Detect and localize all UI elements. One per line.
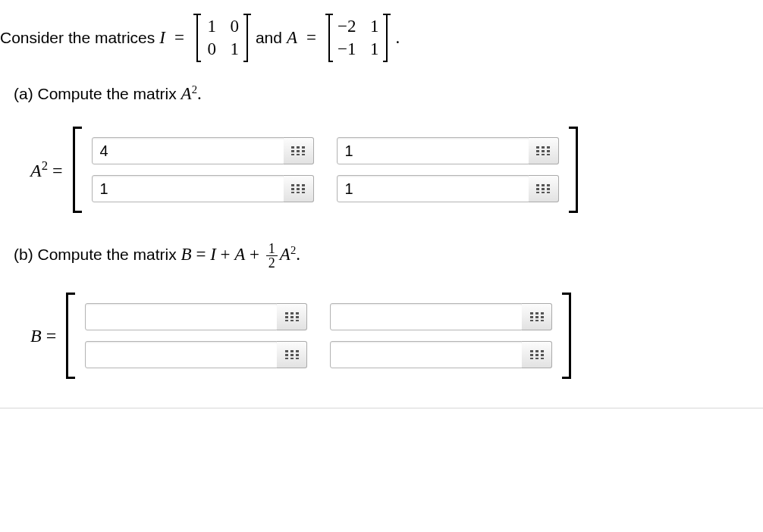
bracket-right xyxy=(564,293,575,379)
period: . xyxy=(197,84,202,103)
keypad-icon[interactable] xyxy=(529,175,559,202)
keypad-icon[interactable] xyxy=(522,303,552,330)
b-input-r1c1[interactable] xyxy=(85,303,278,330)
svg-rect-51 xyxy=(530,320,533,321)
var-A: A xyxy=(287,28,297,48)
svg-rect-3 xyxy=(291,150,294,152)
matrix-I-cell: 0 xyxy=(228,17,239,36)
svg-rect-47 xyxy=(541,312,544,315)
svg-rect-40 xyxy=(290,316,294,318)
svg-rect-43 xyxy=(290,320,294,321)
svg-rect-30 xyxy=(536,188,539,190)
B-lhs: B = xyxy=(30,326,56,346)
svg-rect-35 xyxy=(547,192,550,193)
svg-rect-9 xyxy=(536,146,539,149)
matrix-A-squared-answer: A2 = xyxy=(30,127,763,213)
fraction-half: 12 xyxy=(266,242,278,270)
period: . xyxy=(296,245,300,264)
part-b-label: (b) Compute the matrix xyxy=(14,246,181,263)
svg-rect-69 xyxy=(530,358,533,359)
svg-rect-36 xyxy=(285,312,288,315)
svg-rect-39 xyxy=(285,316,288,318)
svg-rect-70 xyxy=(535,358,538,359)
a2-input-r2c1[interactable] xyxy=(92,175,285,202)
matrix-I-cell: 0 xyxy=(206,39,216,59)
eq: = xyxy=(192,245,210,264)
I-var: I xyxy=(210,245,216,264)
svg-rect-66 xyxy=(530,354,533,356)
svg-rect-34 xyxy=(542,192,545,193)
A-squared-lhs: A2 = xyxy=(30,158,63,181)
svg-rect-12 xyxy=(536,150,539,152)
svg-rect-20 xyxy=(302,184,305,186)
matrix-I: 1 0 0 1 xyxy=(193,14,251,62)
svg-rect-57 xyxy=(285,354,288,356)
matrix-A-cell: −1 xyxy=(338,39,356,59)
svg-rect-60 xyxy=(285,358,288,359)
svg-rect-22 xyxy=(297,188,300,190)
svg-rect-52 xyxy=(535,320,538,321)
keypad-icon[interactable] xyxy=(529,137,559,164)
plus: + xyxy=(216,245,234,264)
svg-rect-17 xyxy=(547,154,550,155)
svg-rect-0 xyxy=(291,146,294,149)
svg-rect-38 xyxy=(296,312,299,315)
and-text: and xyxy=(256,29,282,47)
svg-rect-56 xyxy=(296,350,299,352)
exponent-2: 2 xyxy=(192,83,197,95)
keypad-icon[interactable] xyxy=(277,303,307,330)
svg-rect-29 xyxy=(547,184,550,186)
svg-rect-6 xyxy=(291,154,294,155)
a2-input-r2c2[interactable] xyxy=(337,175,530,202)
svg-rect-63 xyxy=(530,350,533,352)
b-input-r2c2[interactable] xyxy=(330,341,523,368)
part-a-label: (a) Compute the matrix xyxy=(14,85,181,102)
period: . xyxy=(395,28,400,48)
A-var: A xyxy=(234,245,245,264)
svg-rect-68 xyxy=(541,354,544,356)
keypad-icon[interactable] xyxy=(522,341,552,368)
svg-rect-19 xyxy=(297,184,300,186)
equals: = xyxy=(170,28,189,48)
svg-rect-42 xyxy=(285,320,288,321)
matrix-A-cell: 1 xyxy=(368,17,378,36)
keypad-icon[interactable] xyxy=(284,175,314,202)
part-b-prompt: (b) Compute the matrix B = I + A + 12A2. xyxy=(14,242,763,270)
A-var: A xyxy=(280,245,290,264)
svg-rect-44 xyxy=(296,320,299,321)
svg-rect-46 xyxy=(535,312,538,315)
svg-rect-28 xyxy=(542,184,545,186)
svg-rect-7 xyxy=(297,154,300,155)
svg-rect-5 xyxy=(302,150,305,152)
B-var: B xyxy=(181,245,192,264)
svg-rect-55 xyxy=(290,350,294,352)
a2-input-r1c1[interactable] xyxy=(92,137,285,164)
svg-rect-37 xyxy=(290,312,294,315)
svg-rect-16 xyxy=(542,154,545,155)
keypad-icon[interactable] xyxy=(284,137,314,164)
svg-rect-18 xyxy=(291,184,294,186)
svg-rect-1 xyxy=(297,146,300,149)
matrix-I-cell: 1 xyxy=(206,17,216,36)
a2-input-r1c2[interactable] xyxy=(337,137,530,164)
b-input-r2c1[interactable] xyxy=(85,341,278,368)
svg-rect-33 xyxy=(536,192,539,193)
svg-rect-54 xyxy=(285,350,288,352)
svg-rect-21 xyxy=(291,188,294,190)
svg-rect-48 xyxy=(530,316,533,318)
svg-rect-49 xyxy=(535,316,538,318)
svg-rect-24 xyxy=(291,192,294,193)
b-input-r1c2[interactable] xyxy=(330,303,523,330)
svg-rect-50 xyxy=(541,316,544,318)
svg-rect-45 xyxy=(530,312,533,315)
svg-rect-65 xyxy=(541,350,544,352)
svg-rect-10 xyxy=(542,146,545,149)
keypad-icon[interactable] xyxy=(277,341,307,368)
intro-text: Consider the matrices xyxy=(0,29,155,47)
svg-rect-32 xyxy=(547,188,550,190)
problem-statement: Consider the matrices I = 1 0 0 1 and A … xyxy=(0,14,763,62)
svg-rect-8 xyxy=(302,154,305,155)
divider xyxy=(0,408,763,408)
svg-rect-62 xyxy=(296,358,299,359)
svg-rect-71 xyxy=(541,358,544,359)
